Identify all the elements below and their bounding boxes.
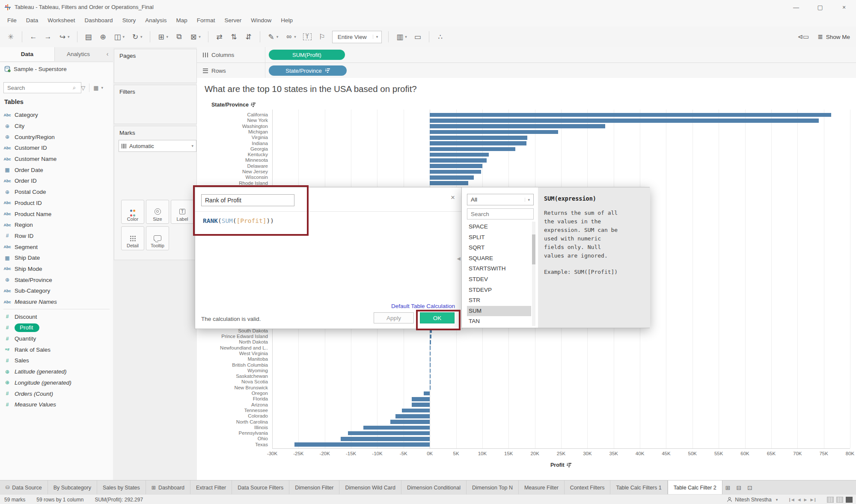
profit-bar[interactable]: [430, 385, 431, 390]
mark-type-dropdown[interactable]: Automatic ▾: [119, 140, 196, 152]
field-orders-count[interactable]: #Orders (Count): [0, 388, 113, 399]
profit-bar[interactable]: [430, 357, 431, 362]
presentation-mode-button[interactable]: ▭: [411, 31, 425, 43]
field-ship-mode[interactable]: AbcShip Mode: [0, 264, 113, 275]
sheet-tab-data-source-filters[interactable]: Data Source Filters: [232, 480, 289, 495]
maximize-button[interactable]: ▢: [808, 0, 832, 15]
apply-button[interactable]: Apply: [374, 312, 414, 323]
format-link-button[interactable]: ∞▾: [282, 31, 299, 43]
ok-button[interactable]: OK: [420, 312, 455, 323]
state-label[interactable]: British Columbia: [197, 362, 268, 368]
state-label[interactable]: Indiana: [197, 141, 268, 146]
profit-bar[interactable]: [412, 403, 430, 407]
new-story-tab-button[interactable]: ⊡: [744, 480, 755, 495]
pill-state-province[interactable]: State/Province: [269, 65, 347, 76]
share-button[interactable]: ∴: [434, 31, 447, 43]
profit-bar[interactable]: [348, 431, 430, 436]
field-quantity[interactable]: #Quantity: [0, 333, 113, 344]
field-product-name[interactable]: AbcProduct Name: [0, 208, 113, 219]
duplicate-sheet-button[interactable]: ⧉: [172, 31, 186, 43]
profit-bar[interactable]: [294, 442, 430, 447]
redo-button[interactable]: →: [41, 31, 55, 43]
field-longitude-generated[interactable]: ⊕Longitude (generated): [0, 377, 113, 388]
close-icon[interactable]: ×: [451, 193, 455, 202]
profit-bar[interactable]: [430, 158, 487, 163]
selected-field-pill[interactable]: Profit: [15, 323, 39, 332]
state-label[interactable]: Minnesota: [197, 157, 268, 163]
function-search-input[interactable]: [467, 208, 534, 219]
pin-button[interactable]: ⚐: [315, 31, 329, 43]
profit-bar[interactable]: [430, 147, 515, 151]
last-sheet-button[interactable]: ▶❙: [811, 498, 817, 502]
marks-label-button[interactable]: TLabel: [171, 200, 194, 224]
profit-bar[interactable]: [430, 346, 431, 350]
state-label[interactable]: Kentucky: [197, 152, 268, 157]
profit-bar[interactable]: [430, 153, 488, 157]
field-order-date[interactable]: ▦Order Date: [0, 164, 113, 175]
profit-bar[interactable]: [424, 391, 430, 396]
sheet-tab-context-filters[interactable]: Context Filters: [565, 480, 611, 495]
sheet-tab-dimension-top-n[interactable]: Dimension Top N: [467, 480, 519, 495]
profit-bar[interactable]: [430, 181, 468, 185]
function-item-stdevp[interactable]: STDEVP: [467, 285, 531, 296]
state-label[interactable]: Rhode Island: [197, 181, 268, 186]
state-label[interactable]: North Dakota: [197, 339, 268, 345]
undo-button[interactable]: ←: [27, 31, 40, 43]
state-label[interactable]: New York: [197, 118, 268, 123]
show-filmstrip-button[interactable]: [846, 497, 853, 503]
field-sales[interactable]: #Sales: [0, 355, 113, 366]
menu-worksheet[interactable]: Worksheet: [43, 15, 80, 26]
filter-funnel-icon[interactable]: ▽: [81, 85, 85, 91]
menu-dashboard[interactable]: Dashboard: [80, 15, 118, 26]
show-me-button[interactable]: ≣ Show Me: [817, 33, 850, 41]
text-label-button[interactable]: T: [300, 32, 315, 42]
field-discount[interactable]: #Discount: [0, 311, 113, 322]
clear-sheet-button[interactable]: ⊠▾: [187, 31, 204, 43]
profit-bar[interactable]: [430, 340, 431, 344]
menu-data[interactable]: Data: [21, 15, 43, 26]
new-worksheet-tab-button[interactable]: ⊞: [722, 480, 734, 495]
profit-bar[interactable]: [430, 335, 431, 339]
state-label[interactable]: Florida: [197, 396, 268, 402]
profit-bar[interactable]: [430, 175, 474, 180]
prev-sheet-button[interactable]: ◀: [798, 498, 801, 502]
profit-bar[interactable]: [430, 164, 482, 168]
row-field-header[interactable]: State/Province: [211, 102, 256, 108]
minimize-button[interactable]: —: [784, 0, 808, 15]
state-label[interactable]: Manitoba: [197, 356, 268, 362]
marks-color-button[interactable]: Color: [121, 200, 144, 224]
view-data-grid-icon[interactable]: ▦: [93, 85, 98, 91]
state-label[interactable]: New Jersey: [197, 169, 268, 175]
state-label[interactable]: West Virginia: [197, 351, 268, 356]
profit-bar[interactable]: [412, 397, 430, 401]
rows-shelf[interactable]: Rows State/Province: [197, 63, 856, 79]
sort-descending-button[interactable]: ⇵: [242, 31, 256, 43]
function-item-space[interactable]: SPACE: [467, 222, 531, 232]
sheet-title[interactable]: What are the top 10 states in the USA ba…: [205, 84, 417, 94]
state-label[interactable]: Newfoundland and L..: [197, 345, 268, 351]
datasource-item[interactable]: Sample - Superstore: [4, 66, 67, 72]
function-item-stdev[interactable]: STDEV: [467, 274, 531, 285]
field-category[interactable]: AbcCategory: [0, 110, 113, 121]
new-dashboard-tab-button[interactable]: ⊟: [733, 480, 744, 495]
state-label[interactable]: Colorado: [197, 413, 268, 419]
menu-window[interactable]: Window: [246, 15, 276, 26]
menu-map[interactable]: Map: [171, 15, 192, 26]
profit-bar[interactable]: [430, 363, 431, 367]
function-item-str[interactable]: STR: [467, 295, 531, 306]
profit-bar[interactable]: [430, 380, 431, 384]
sheet-tab-dashboard[interactable]: ⊞Dashboard: [146, 480, 190, 495]
refresh-button[interactable]: ↻▾: [128, 31, 146, 43]
state-label[interactable]: Arizona: [197, 402, 268, 408]
swap-rows-columns-button[interactable]: ⇄: [213, 31, 226, 43]
field-country-region[interactable]: ⊕Country/Region: [0, 131, 113, 142]
profit-bar[interactable]: [430, 124, 605, 128]
sheet-tab-by-subcategory[interactable]: By Subcategory: [48, 480, 97, 495]
close-button[interactable]: ×: [832, 0, 856, 15]
replay-button[interactable]: ↪▾: [56, 31, 73, 43]
state-label[interactable]: Nova Scotia: [197, 379, 268, 385]
scrollbar[interactable]: [532, 222, 535, 326]
profit-bar[interactable]: [430, 369, 431, 373]
state-label[interactable]: Michigan: [197, 129, 268, 135]
field-postal-code[interactable]: ⊕Postal Code: [0, 187, 113, 198]
